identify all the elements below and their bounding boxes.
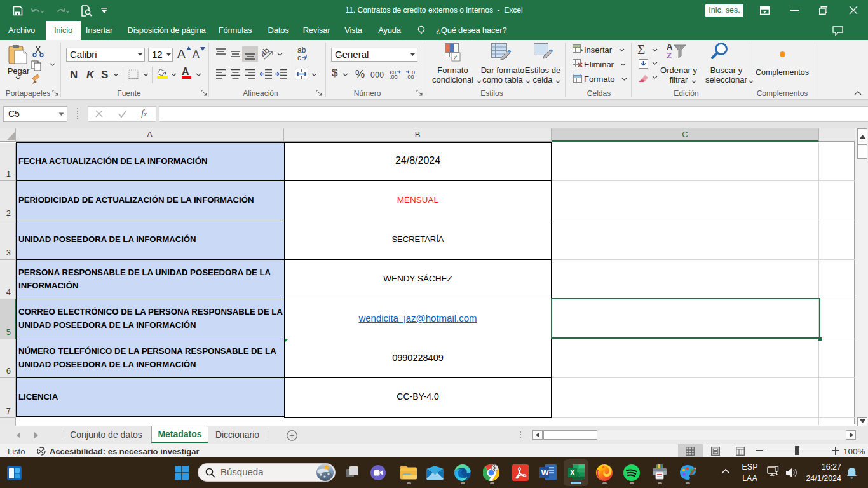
svg-text:W: W (541, 468, 550, 477)
svg-text:≠: ≠ (454, 53, 458, 61)
svg-text:c: c (297, 53, 301, 62)
svg-text:,00: ,00 (390, 74, 398, 79)
svg-text:0: 0 (412, 69, 415, 76)
svg-text:X: X (570, 468, 575, 477)
